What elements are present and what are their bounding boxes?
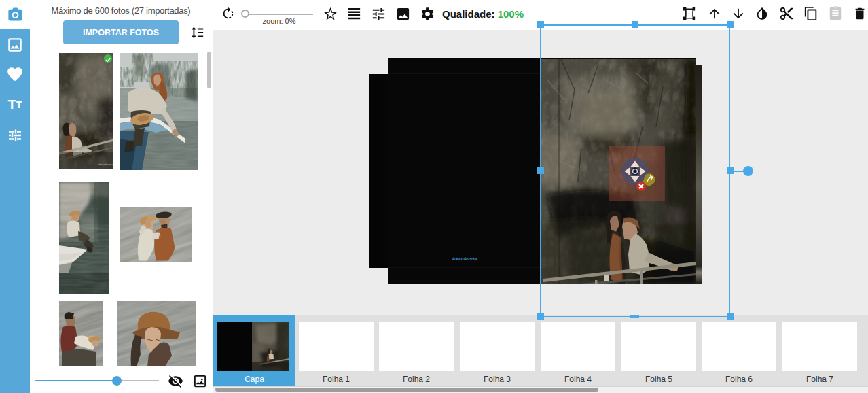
svg-text:dreambooks: dreambooks (98, 163, 113, 166)
